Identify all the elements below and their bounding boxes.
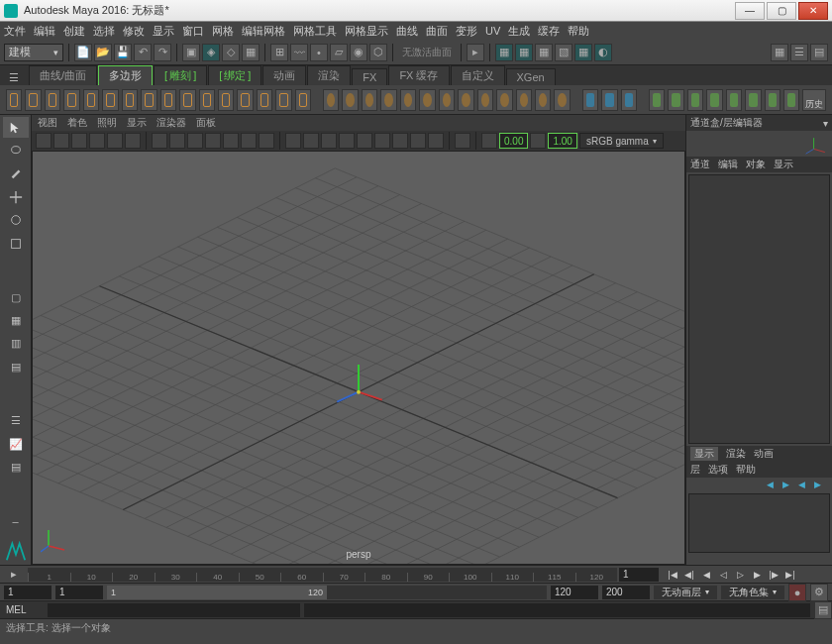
vp-ao-icon[interactable] xyxy=(357,133,372,149)
poly-sphere-icon[interactable] xyxy=(6,89,22,111)
harden-edge-icon[interactable] xyxy=(621,89,637,111)
toggle-construction-history-icon[interactable]: ▸ xyxy=(467,44,484,61)
poly-torus-icon[interactable] xyxy=(83,89,99,111)
vp-lock-camera-icon[interactable] xyxy=(53,133,69,149)
layer-new-icon[interactable]: ◀ xyxy=(798,480,812,489)
rp-tab-object[interactable]: 对象 xyxy=(746,158,766,171)
new-scene-icon[interactable]: 📄 xyxy=(74,44,92,61)
hypershade-icon[interactable]: ▧ xyxy=(555,44,572,61)
menu-mesh-tools[interactable]: 网格工具 xyxy=(293,24,337,39)
step-forward-icon[interactable]: ▶ xyxy=(749,568,765,582)
merge-icon[interactable] xyxy=(783,89,799,111)
menu-generate[interactable]: 生成 xyxy=(508,24,530,39)
ipr-render-icon[interactable]: ▦ xyxy=(515,44,533,61)
play-forward-icon[interactable]: ▷ xyxy=(732,568,748,582)
chamfer-icon[interactable] xyxy=(745,89,761,111)
step-back-key-icon[interactable]: ◀| xyxy=(681,568,697,582)
crease-icon[interactable] xyxy=(554,89,570,111)
vp-exposure-icon[interactable] xyxy=(481,133,497,149)
snap-point-icon[interactable]: • xyxy=(310,44,328,61)
select-mode-icon[interactable]: ▣ xyxy=(182,44,200,61)
vp-menu-panels[interactable]: 面板 xyxy=(196,116,216,130)
vp-film-gate-icon[interactable] xyxy=(169,133,185,149)
range-slider-track[interactable]: 1120 xyxy=(107,586,547,599)
panel-layout-icon[interactable]: ▦ xyxy=(771,44,788,61)
vp-menu-lighting[interactable]: 照明 xyxy=(97,116,117,130)
close-button[interactable]: ✕ xyxy=(798,2,828,20)
vp-safe-title-icon[interactable] xyxy=(259,133,274,149)
vp-gamma-value[interactable]: 1.00 xyxy=(548,133,576,149)
time-slider[interactable]: ▸ 11020 304050 607080 90100110 115120 1 … xyxy=(0,565,832,583)
menu-windows[interactable]: 窗口 xyxy=(182,24,204,39)
select-object-icon[interactable]: ◈ xyxy=(202,44,220,61)
vp-menu-shading[interactable]: 着色 xyxy=(67,116,87,130)
render-settings-icon[interactable]: ▦ xyxy=(535,44,553,61)
detach-icon[interactable] xyxy=(765,89,780,111)
vp-gate-mask-icon[interactable] xyxy=(205,133,221,149)
undo-icon[interactable]: ↶ xyxy=(134,44,152,61)
poly-disc-icon[interactable] xyxy=(122,89,138,111)
tab-animation[interactable]: 动画 xyxy=(262,65,306,85)
layer-move-up-icon[interactable]: ◀ xyxy=(767,480,780,489)
sculpt-tool-icon[interactable] xyxy=(649,89,665,111)
vp-exposure-value[interactable]: 0.00 xyxy=(499,133,528,149)
tab-sculpting[interactable]: 雕刻 xyxy=(154,65,207,85)
vp-2d-pan-icon[interactable] xyxy=(107,133,123,149)
wedge-icon[interactable] xyxy=(726,89,742,111)
poly-cylinder-icon[interactable] xyxy=(45,89,60,111)
rp-tab-channels[interactable]: 通道 xyxy=(690,158,710,171)
snap-grid-icon[interactable]: ⊞ xyxy=(270,44,288,61)
poly-helix-icon[interactable] xyxy=(218,89,234,111)
poly-plane-icon[interactable] xyxy=(102,89,118,111)
poly-pyramid-icon[interactable] xyxy=(160,89,176,111)
attribute-editor-toggle-icon[interactable]: ▤ xyxy=(810,44,828,61)
mirror-icon[interactable] xyxy=(582,89,598,111)
poly-platonic-icon[interactable] xyxy=(141,89,156,111)
extrude-icon[interactable] xyxy=(400,89,416,111)
tab-custom[interactable]: 自定义 xyxy=(451,65,505,85)
open-scene-icon[interactable]: 📂 xyxy=(94,44,112,61)
poly-cone-icon[interactable] xyxy=(63,89,79,111)
snap-curve-icon[interactable]: 〰 xyxy=(290,44,308,61)
graph-editor-toggle-icon[interactable]: 📈 xyxy=(3,434,29,455)
layer-tab-anim[interactable]: 动画 xyxy=(754,447,774,461)
range-end-inner[interactable]: 120 xyxy=(551,586,598,599)
vp-xray-icon[interactable] xyxy=(410,133,426,149)
vp-bookmarks-icon[interactable] xyxy=(71,133,87,149)
layer-tab-render[interactable]: 渲染 xyxy=(726,447,746,461)
poly-gear-icon[interactable] xyxy=(237,89,253,111)
outliner-toggle-icon[interactable]: ☰ xyxy=(3,410,29,431)
vp-image-plane-icon[interactable] xyxy=(89,133,105,149)
step-forward-key-icon[interactable]: |▶ xyxy=(766,568,781,582)
connect-icon[interactable] xyxy=(687,89,703,111)
mel-label[interactable]: MEL xyxy=(0,604,48,615)
four-pane-icon[interactable]: ▦ xyxy=(3,310,29,331)
view-cube-icon[interactable] xyxy=(686,131,832,157)
layer-delete-icon[interactable]: ▶ xyxy=(814,480,828,489)
dope-sheet-toggle-icon[interactable]: ▤ xyxy=(3,457,29,478)
animation-prefs-icon[interactable]: ⚙ xyxy=(810,584,828,601)
go-to-start-icon[interactable]: |◀ xyxy=(665,568,680,582)
maximize-button[interactable]: ▢ xyxy=(767,2,796,20)
two-pane-v-icon[interactable]: ▤ xyxy=(3,357,29,377)
menu-display[interactable]: 显示 xyxy=(153,24,174,39)
render-frame-icon[interactable]: ▦ xyxy=(495,44,513,61)
vp-xray-joints-icon[interactable] xyxy=(428,133,444,149)
auto-keyframe-icon[interactable]: ● xyxy=(788,584,806,601)
tab-rigging[interactable]: 绑定 xyxy=(208,65,261,85)
menu-mesh[interactable]: 网格 xyxy=(212,24,234,39)
menu-cache[interactable]: 缓存 xyxy=(538,24,560,39)
layer-menu-layers[interactable]: 层 xyxy=(690,463,700,477)
move-tool-icon[interactable] xyxy=(3,186,29,207)
vp-shadows-icon[interactable] xyxy=(339,133,355,149)
select-component-icon[interactable]: ◇ xyxy=(222,44,240,61)
vp-color-transform-select[interactable]: sRGB gamma xyxy=(579,133,664,149)
vp-gamma-icon[interactable] xyxy=(530,133,546,149)
poke-icon[interactable] xyxy=(706,89,722,111)
range-end-outer[interactable]: 200 xyxy=(602,586,650,599)
viewport-3d[interactable]: persp xyxy=(32,151,685,565)
soft-edge-icon[interactable] xyxy=(601,89,617,111)
vp-smooth-shade-icon[interactable] xyxy=(303,133,319,149)
tab-xgen[interactable]: XGen xyxy=(506,68,556,85)
layer-menu-help[interactable]: 帮助 xyxy=(736,463,756,477)
